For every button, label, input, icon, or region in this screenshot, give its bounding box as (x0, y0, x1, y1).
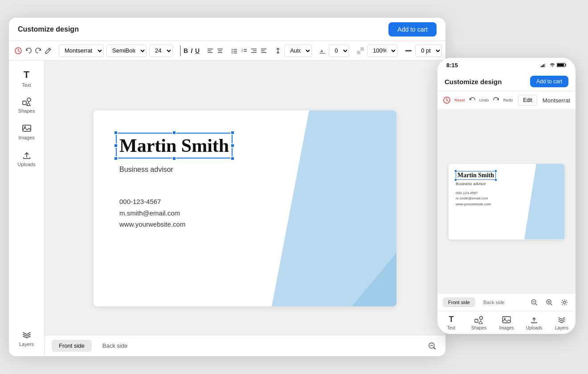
mobile-tool-shapes[interactable]: Shapes (465, 315, 493, 330)
uploads-icon (22, 150, 32, 160)
images-label: Images (18, 135, 34, 140)
mobile-tab-back[interactable]: Back side (478, 297, 510, 307)
redo-icon[interactable] (35, 45, 42, 57)
card-website: www.yourwebsite.com (119, 219, 374, 230)
svg-point-32 (27, 98, 31, 102)
mobile-redo-icon[interactable] (492, 94, 499, 106)
mobile-handle-bl[interactable] (454, 179, 457, 181)
card-name-text[interactable]: Martin Smith (116, 133, 233, 159)
mobile-tool-images[interactable]: Images (493, 315, 520, 330)
align-left-icon[interactable] (207, 45, 214, 57)
mobile-tool-text[interactable]: T Text (437, 315, 465, 330)
svg-point-12 (232, 52, 233, 53)
uploads-label: Uploads (17, 162, 35, 167)
handle-bottom-middle[interactable] (172, 156, 176, 161)
mobile-images-icon (502, 315, 511, 324)
zoom-select[interactable]: 100% (367, 45, 397, 57)
svg-line-53 (551, 304, 552, 305)
mobile-card-name-wrapper[interactable]: Martin Smith (456, 171, 496, 180)
mobile-handle-br[interactable] (494, 179, 497, 181)
mobile-handle-tl[interactable] (454, 170, 457, 172)
business-card: Martin Smith Business advisor 000-123-45… (94, 110, 396, 306)
mobile-add-to-cart-button[interactable]: Add to cart (530, 76, 568, 87)
mobile-status-icons (541, 63, 567, 67)
mobile-toolbar: Reset Undo Redo Edit Montserrat (437, 91, 576, 110)
mobile-undo-label: Undo (479, 98, 489, 102)
mobile-zoom-out-icon[interactable] (528, 297, 540, 308)
mobile-reset-label: Reset (454, 98, 465, 102)
svg-line-49 (536, 304, 537, 305)
sidebar-tool-layers[interactable]: Layers (13, 326, 40, 351)
italic-button[interactable]: I (191, 45, 192, 57)
canvas-bottom-bar: Front side Back side (45, 335, 445, 356)
handle-top-left[interactable] (114, 130, 118, 135)
svg-rect-28 (357, 47, 360, 51)
sidebar-tool-shapes[interactable]: Shapes (13, 93, 40, 118)
add-to-cart-button[interactable]: Add to cart (388, 22, 437, 37)
bullet-list-icon[interactable] (231, 45, 238, 57)
zoom-out-icon[interactable] (426, 340, 438, 352)
mobile-bottom-icons (528, 297, 570, 308)
mobile-text-icon: T (449, 315, 454, 324)
handle-middle-right[interactable] (230, 143, 235, 148)
handle-top-middle[interactable] (172, 130, 176, 135)
layers-label: Layers (19, 341, 34, 347)
indent-icon[interactable] (250, 45, 257, 57)
font-size-select[interactable]: 24 (149, 45, 173, 57)
mobile-handle-tr[interactable] (494, 170, 497, 172)
handle-bottom-right[interactable] (230, 156, 235, 161)
mobile-tab-front[interactable]: Front side (443, 297, 475, 307)
mobile-settings-icon[interactable] (559, 297, 570, 308)
mobile-tool-uploads[interactable]: Uploads (520, 315, 548, 330)
svg-rect-45 (557, 64, 564, 66)
mobile-font-name: Montserrat (543, 97, 570, 104)
svg-rect-55 (475, 319, 478, 322)
align-center-icon[interactable] (216, 45, 224, 57)
mobile-reset-icon[interactable] (443, 94, 451, 106)
desktop-editor: Customize design Add to cart (9, 18, 445, 356)
reset-icon[interactable] (14, 45, 22, 57)
svg-marker-57 (479, 321, 482, 324)
mobile-card-name[interactable]: Martin Smith (456, 171, 496, 180)
mobile-undo-icon[interactable] (469, 94, 476, 106)
letter-spacing-select[interactable]: 0 (329, 45, 349, 57)
tab-front-side[interactable]: Front side (52, 340, 92, 352)
pen-icon[interactable] (45, 45, 52, 57)
editor-header: Customize design Add to cart (9, 18, 445, 41)
mobile-canvas: Martin Smith Business advisor 000-123-45… (437, 110, 576, 293)
sidebar-tool-text[interactable]: T Text (13, 66, 40, 91)
mobile-zoom-in-icon[interactable] (543, 297, 555, 308)
line-height-select[interactable]: Auto (284, 45, 312, 57)
handle-bottom-left[interactable] (114, 156, 118, 161)
mobile-uploads-icon (530, 315, 539, 324)
tab-back-side[interactable]: Back side (95, 340, 135, 352)
border-width-select[interactable]: 0 pt (415, 45, 442, 57)
font-weight-select[interactable]: SemiBold (106, 45, 147, 57)
handle-top-right[interactable] (230, 130, 235, 135)
svg-point-54 (564, 301, 566, 304)
font-family-select[interactable]: Montserrat (59, 45, 104, 57)
svg-rect-31 (23, 101, 26, 105)
numbered-list-icon[interactable]: 1.2. (241, 45, 248, 57)
handle-middle-left[interactable] (114, 143, 118, 148)
background-icon[interactable] (356, 45, 364, 57)
mobile-tool-layers[interactable]: Layers (548, 315, 576, 330)
card-name-wrapper[interactable]: Martin Smith (116, 133, 233, 159)
mobile-edit-button[interactable]: Edit (518, 95, 537, 106)
underline-button[interactable]: U (195, 45, 200, 57)
border-width-icon[interactable] (404, 45, 412, 57)
letter-spacing-icon[interactable]: A (319, 45, 326, 57)
mobile-status-time: 8:15 (446, 62, 458, 69)
line-height-icon[interactable] (274, 45, 282, 57)
mobile-card-email: m.smith@email.com (456, 196, 496, 202)
mobile-card-contact: 000-123-4567 m.smith@email.com www.yourw… (456, 191, 496, 207)
color-swatch[interactable] (180, 45, 181, 56)
signal-icon (541, 63, 548, 67)
outdent-icon[interactable] (260, 45, 267, 57)
mobile-preview: 8:15 Customize design Add to cart Reset … (437, 58, 576, 334)
bold-button[interactable]: B (184, 45, 188, 57)
sidebar-tool-uploads[interactable]: Uploads (13, 146, 40, 171)
sidebar-tool-images[interactable]: Images (13, 119, 40, 144)
svg-rect-58 (502, 317, 510, 323)
undo-icon[interactable] (25, 45, 32, 57)
